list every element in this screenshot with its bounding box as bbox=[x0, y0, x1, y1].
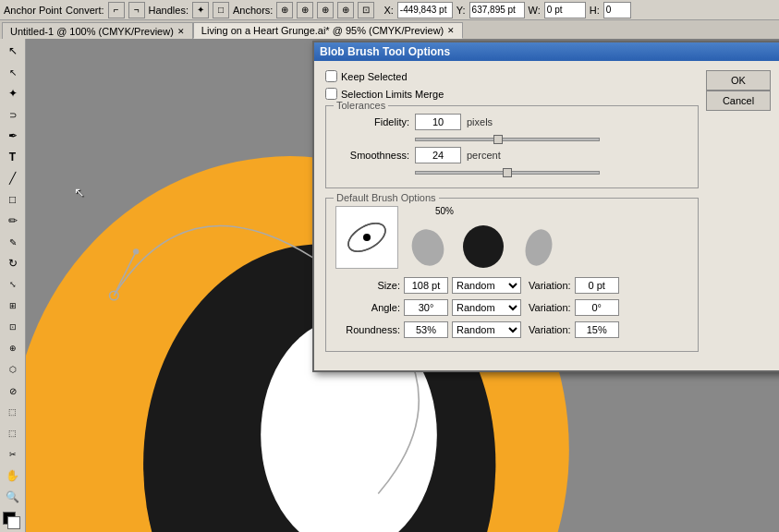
tool-zoom[interactable]: 🔍 bbox=[3, 487, 23, 507]
brush-options-title: Default Brush Options bbox=[334, 192, 439, 203]
tolerances-section: Tolerances Fidelity: pixels bbox=[325, 105, 699, 188]
tool-paint-brush[interactable]: ✏ bbox=[3, 211, 23, 231]
anchor-point-label: Anchor Point bbox=[4, 5, 62, 16]
roundness-input[interactable] bbox=[404, 321, 448, 338]
tool-rotate[interactable]: ↻ bbox=[3, 253, 23, 273]
anchors-btn-4[interactable]: ⊕ bbox=[337, 2, 354, 18]
tool-warp[interactable]: ⊞ bbox=[3, 296, 23, 316]
anchors-btn-5[interactable]: ⊡ bbox=[358, 2, 374, 18]
roundness-variation-label: Variation: bbox=[529, 324, 571, 335]
roundness-row: Roundness: Random Fixed Pressure Variati… bbox=[335, 321, 688, 338]
angle-variation-label: Variation: bbox=[529, 302, 571, 313]
keep-selected-checkbox[interactable] bbox=[325, 70, 337, 82]
brush-orbit-icon bbox=[339, 210, 395, 265]
h-input[interactable] bbox=[603, 2, 631, 18]
tab-living[interactable]: Living on a Heart Grunge.ai* @ 95% (CMYK… bbox=[193, 22, 463, 39]
tab-label-living: Living on a Heart Grunge.ai* @ 95% (CMYK… bbox=[201, 25, 444, 36]
y-input[interactable] bbox=[469, 2, 525, 18]
size-input[interactable] bbox=[404, 277, 448, 294]
smoothness-unit: percent bbox=[467, 150, 501, 161]
tool-graph[interactable]: ⬚ bbox=[3, 402, 23, 422]
smoothness-row: Smoothness: percent bbox=[335, 147, 688, 163]
dialog-right: OK Cancel bbox=[699, 70, 779, 361]
brush-samples-container: 50% bbox=[408, 206, 560, 270]
ok-button[interactable]: OK bbox=[706, 70, 771, 91]
tab-label-untitled: Untitled-1 @ 100% (CMYK/Preview) bbox=[10, 26, 174, 37]
tool-slice[interactable]: ✂ bbox=[3, 444, 23, 465]
smoothness-slider-thumb[interactable] bbox=[503, 168, 512, 177]
tool-text[interactable]: T bbox=[3, 147, 23, 167]
dialog-content: Keep Selected Selection Limits Merge Tol… bbox=[314, 61, 779, 370]
tool-rect[interactable]: □ bbox=[3, 189, 23, 210]
fidelity-input[interactable] bbox=[415, 114, 461, 130]
smoothness-input[interactable] bbox=[415, 147, 461, 163]
svg-point-17 bbox=[463, 225, 504, 268]
angle-dropdown[interactable]: Random Fixed Pressure bbox=[452, 299, 521, 316]
fidelity-slider-thumb[interactable] bbox=[493, 135, 503, 144]
size-row: Size: Random Fixed Pressure Variation: bbox=[335, 277, 688, 294]
handles-btn-2[interactable]: □ bbox=[213, 2, 229, 18]
fidelity-label: Fidelity: bbox=[335, 116, 409, 127]
tool-scale[interactable]: ⤡ bbox=[3, 274, 23, 295]
roundness-dropdown[interactable]: Random Fixed Pressure bbox=[452, 321, 521, 338]
selection-limits-label[interactable]: Selection Limits Merge bbox=[341, 89, 444, 100]
convert-btn-1[interactable]: ⌐ bbox=[108, 2, 125, 18]
anchors-btn-2[interactable]: ⊕ bbox=[297, 2, 313, 18]
preview-pct-label: 50% bbox=[435, 206, 560, 216]
brush-preview-row: 50% bbox=[335, 206, 688, 270]
cancel-button[interactable]: Cancel bbox=[706, 91, 771, 111]
anchors-btn-1[interactable]: ⊕ bbox=[276, 2, 293, 18]
angle-input[interactable] bbox=[404, 299, 448, 316]
color-boxes[interactable] bbox=[3, 512, 23, 532]
angle-variation-input[interactable] bbox=[575, 299, 619, 316]
tab-close-living[interactable]: ✕ bbox=[447, 26, 455, 35]
svg-point-11 bbox=[133, 248, 139, 254]
tool-free-transform[interactable]: ⊡ bbox=[3, 317, 23, 337]
selection-limits-checkbox[interactable] bbox=[325, 88, 337, 100]
w-input[interactable] bbox=[544, 2, 586, 18]
selection-limits-row: Selection Limits Merge bbox=[325, 88, 699, 100]
tool-magic-wand[interactable]: ✦ bbox=[3, 83, 23, 103]
dialog-left: Keep Selected Selection Limits Merge Tol… bbox=[325, 70, 699, 361]
h-label: H: bbox=[590, 5, 600, 16]
handles-btn-1[interactable]: ✦ bbox=[192, 2, 209, 18]
keep-selected-label[interactable]: Keep Selected bbox=[341, 71, 408, 82]
brush-preview-box bbox=[335, 206, 398, 269]
dialog-body: Keep Selected Selection Limits Merge Tol… bbox=[325, 70, 779, 361]
tool-blend[interactable]: ⬡ bbox=[3, 359, 23, 380]
tool-hand[interactable]: ✋ bbox=[3, 466, 23, 486]
tool-pen[interactable]: ✒ bbox=[3, 126, 23, 146]
svg-point-18 bbox=[521, 226, 555, 268]
angle-row: Angle: Random Fixed Pressure Variation: bbox=[335, 299, 688, 316]
left-toolbar: ↖ ↖ ✦ ⊃ ✒ T ╱ □ ✏ ✎ ↻ ⤡ ⊞ ⊡ ⊕ ⬡ ⊘ ⬚ ⬚ ✂ … bbox=[0, 39, 26, 532]
tool-eyedropper[interactable]: ⊘ bbox=[3, 381, 23, 401]
size-dropdown[interactable]: Random Fixed Pressure bbox=[452, 277, 521, 294]
tool-artboard[interactable]: ⬚ bbox=[3, 423, 23, 443]
tool-line[interactable]: ╱ bbox=[3, 168, 23, 188]
tab-untitled[interactable]: Untitled-1 @ 100% (CMYK/Preview) ✕ bbox=[2, 22, 193, 39]
svg-point-16 bbox=[408, 224, 449, 268]
oval-medium bbox=[518, 222, 560, 268]
size-variation-input[interactable] bbox=[575, 277, 619, 294]
tool-lasso[interactable]: ⊃ bbox=[3, 104, 23, 125]
roundness-label: Roundness: bbox=[335, 324, 400, 335]
smoothness-slider[interactable] bbox=[415, 171, 600, 175]
keep-selected-row: Keep Selected bbox=[325, 70, 699, 82]
dialog-title: Blob Brush Tool Options bbox=[320, 45, 450, 58]
tab-close-untitled[interactable]: ✕ bbox=[177, 27, 185, 36]
tool-shape-builder[interactable]: ⊕ bbox=[3, 338, 23, 358]
cursor: ↖ bbox=[74, 185, 85, 200]
anchors-btn-3[interactable]: ⊕ bbox=[317, 2, 334, 18]
dialog-titlebar: Blob Brush Tool Options bbox=[314, 42, 779, 61]
tool-pencil[interactable]: ✎ bbox=[3, 232, 23, 252]
tool-select[interactable]: ↖ bbox=[3, 41, 23, 61]
fidelity-slider[interactable] bbox=[415, 138, 600, 141]
convert-btn-2[interactable]: ¬ bbox=[128, 2, 145, 18]
oval-dark bbox=[458, 219, 509, 270]
smoothness-label: Smoothness: bbox=[335, 150, 409, 161]
brush-ovals-row bbox=[408, 219, 560, 270]
x-input[interactable] bbox=[397, 2, 453, 18]
tool-direct-select[interactable]: ↖ bbox=[3, 62, 23, 82]
roundness-variation-input[interactable] bbox=[575, 321, 619, 338]
convert-label: Convert: bbox=[66, 5, 104, 16]
